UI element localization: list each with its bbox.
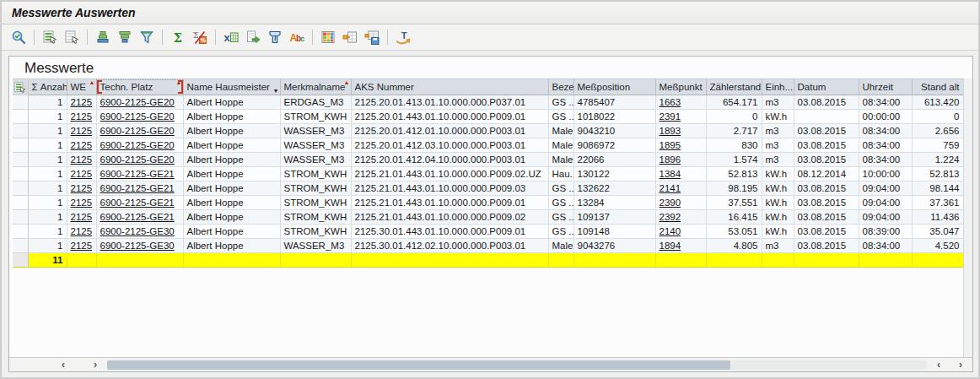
messpunkt-link[interactable]: 1895: [660, 140, 681, 150]
cell-stand_alt[interactable]: 0: [912, 110, 963, 124]
total-empty-cell[interactable]: [67, 253, 96, 268]
cell-datum[interactable]: 03.08.2015: [794, 196, 859, 210]
we-link[interactable]: 2125: [71, 212, 93, 222]
copy-selected-rows-icon[interactable]: [40, 27, 60, 47]
cell-aks[interactable]: 2125.30.01.443.01.10.000.000.P009.01: [351, 225, 548, 239]
column-header-platz[interactable]: Techn. Platz▲: [96, 79, 183, 95]
cell-beze[interactable]: Male...: [548, 239, 573, 253]
cell-zaehlerstand[interactable]: 0: [706, 110, 762, 124]
cell-stand_alt[interactable]: 98.144: [912, 181, 963, 196]
cell-name[interactable]: Albert Hoppe: [183, 239, 280, 253]
total-row-select-cell[interactable]: [13, 253, 28, 268]
cell-merkmal[interactable]: STROM_KWH: [280, 210, 351, 225]
cell-anzahl[interactable]: 1: [28, 153, 67, 167]
cell-we[interactable]: 2125: [67, 124, 96, 138]
messpunkt-link[interactable]: 2141: [660, 183, 681, 193]
cell-beze[interactable]: GS ...: [548, 110, 573, 124]
cell-anzahl[interactable]: 1: [28, 124, 67, 138]
we-link[interactable]: 2125: [71, 126, 93, 136]
cell-platz[interactable]: 6900-2125-GE20: [96, 153, 183, 167]
cell-datum[interactable]: 03.08.2015: [794, 138, 859, 153]
cell-beze[interactable]: GS ...: [548, 210, 573, 225]
cell-messposition[interactable]: 22066: [573, 153, 655, 167]
cell-we[interactable]: 2125: [67, 110, 96, 124]
column-header-messposition[interactable]: Meßposition: [573, 79, 655, 95]
we-link[interactable]: 2125: [71, 154, 93, 165]
cell-platz[interactable]: 6900-2125-GE30: [96, 239, 183, 253]
cell-we[interactable]: 2125: [67, 95, 96, 110]
cell-uhrzeit[interactable]: 00:00:00: [859, 110, 912, 124]
cell-einheit[interactable]: kW.h: [762, 225, 794, 239]
cell-merkmal[interactable]: STROM_KWH: [280, 110, 351, 124]
cell-einheit[interactable]: m3: [762, 124, 794, 138]
details-magnifier-icon[interactable]: [8, 27, 29, 47]
hscroll-thumb[interactable]: [107, 360, 730, 370]
column-header-aks[interactable]: AKS Nummer: [351, 79, 548, 95]
row-select-cell[interactable]: [13, 181, 28, 196]
cell-beze[interactable]: GS ...: [548, 181, 573, 196]
cell-aks[interactable]: 2125.20.01.412.04.10.000.000.P003.01: [351, 153, 548, 167]
cell-we[interactable]: 2125: [67, 167, 96, 181]
cell-einheit[interactable]: kW.h: [762, 210, 794, 225]
platz-link[interactable]: 6900-2125-GE21: [100, 198, 175, 208]
cell-platz[interactable]: 6900-2125-GE21: [96, 196, 183, 210]
cell-name[interactable]: Albert Hoppe: [183, 124, 280, 138]
cell-datum[interactable]: 08.12.2014: [794, 167, 859, 181]
cell-anzahl[interactable]: 1: [28, 110, 67, 124]
cell-merkmal[interactable]: STROM_KWH: [280, 167, 351, 181]
cell-datum[interactable]: 03.08.2015: [794, 95, 859, 110]
cell-zaehlerstand[interactable]: 4.805: [706, 239, 762, 253]
cell-beze[interactable]: Hau...: [548, 167, 573, 181]
row-select-cell[interactable]: [13, 239, 28, 253]
cell-platz[interactable]: 6900-2125-GE20: [96, 95, 183, 110]
column-header-merkmal[interactable]: Merkmalname▲: [280, 79, 351, 95]
cell-messposition[interactable]: 1018022: [573, 110, 655, 124]
row-select-cell[interactable]: [13, 153, 28, 167]
platz-link[interactable]: 6900-2125-GE20: [100, 111, 175, 122]
cell-merkmal[interactable]: WASSER_M3: [280, 153, 351, 167]
cell-zaehlerstand[interactable]: 52.813: [706, 167, 762, 181]
cell-beze[interactable]: Male...: [548, 138, 573, 153]
cell-uhrzeit[interactable]: 08:34:00: [859, 138, 912, 153]
cell-stand_alt[interactable]: 37.361: [912, 196, 963, 210]
column-header-messpunkt[interactable]: Meßpunkt: [655, 79, 706, 95]
messpunkt-link[interactable]: 1894: [660, 241, 681, 251]
cell-uhrzeit[interactable]: 09:04:00: [859, 181, 912, 196]
cell-messposition[interactable]: 4785407: [573, 95, 655, 110]
cell-stand_alt[interactable]: 4.520: [912, 239, 963, 253]
cell-zaehlerstand[interactable]: 830: [706, 138, 762, 153]
cell-stand_alt[interactable]: 2.656: [912, 124, 963, 138]
messpunkt-link[interactable]: 1896: [660, 154, 681, 165]
we-link[interactable]: 2125: [71, 241, 93, 251]
row-select-cell[interactable]: [13, 210, 28, 225]
cell-beze[interactable]: GS ...: [548, 196, 573, 210]
cell-name[interactable]: Albert Hoppe: [183, 210, 280, 225]
cell-name[interactable]: Albert Hoppe: [183, 181, 280, 196]
messpunkt-link[interactable]: 1663: [660, 97, 681, 107]
cell-aks[interactable]: 2125.20.01.413.01.10.000.000.P037.01: [351, 95, 548, 110]
row-select-cell[interactable]: [13, 110, 28, 124]
cell-stand_alt[interactable]: 35.047: [912, 225, 963, 239]
cell-stand_alt[interactable]: 52.813: [912, 167, 963, 181]
total-empty-cell[interactable]: [351, 253, 548, 268]
cell-stand_alt[interactable]: 613.420: [912, 95, 963, 110]
cell-messposition[interactable]: 9043276: [573, 239, 655, 253]
cell-datum[interactable]: 03.08.2015: [794, 225, 859, 239]
cell-messpunkt[interactable]: 2141: [655, 181, 706, 196]
scroll-right-button-right[interactable]: ›: [954, 359, 967, 371]
row-select-cell[interactable]: [13, 138, 28, 153]
column-header-uhrzeit[interactable]: Uhrzeit: [859, 79, 912, 95]
platz-link[interactable]: 6900-2125-GE20: [100, 126, 175, 136]
cell-merkmal[interactable]: WASSER_M3: [280, 124, 351, 138]
cell-uhrzeit[interactable]: 09:04:00: [859, 196, 912, 210]
we-link[interactable]: 2125: [71, 183, 93, 193]
cell-anzahl[interactable]: 1: [28, 138, 67, 153]
column-header-anzahl[interactable]: Σ Anzahl: [28, 79, 67, 95]
cell-we[interactable]: 2125: [67, 225, 96, 239]
scroll-left-button[interactable]: ‹: [57, 359, 70, 371]
cell-platz[interactable]: 6900-2125-GE21: [96, 210, 183, 225]
abc-analysis-icon[interactable]: Abc: [287, 27, 307, 47]
cell-einheit[interactable]: m3: [762, 153, 794, 167]
cell-stand_alt[interactable]: 11.436: [912, 210, 963, 225]
word-processing-icon[interactable]: T: [265, 27, 285, 47]
